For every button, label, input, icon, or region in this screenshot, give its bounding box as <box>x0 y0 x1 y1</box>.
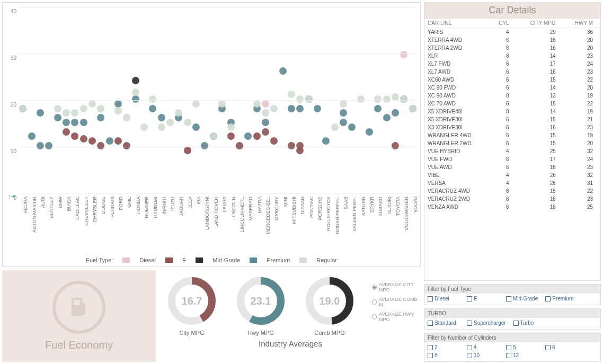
data-point[interactable] <box>140 123 148 131</box>
data-point[interactable] <box>184 119 191 126</box>
data-point[interactable] <box>400 51 407 58</box>
data-point[interactable] <box>305 95 313 103</box>
data-point[interactable] <box>192 123 200 131</box>
data-point[interactable] <box>63 128 70 136</box>
fuel-economy-scatter[interactable]: 010203040 ACURAASTON MARTINAUDIBENTLEYBM… <box>2 2 421 267</box>
data-point[interactable] <box>357 95 365 103</box>
data-point[interactable] <box>340 100 347 108</box>
data-point[interactable] <box>184 147 191 154</box>
table-row[interactable]: VENZA AWD61825 <box>424 203 600 211</box>
table-row[interactable]: XC 90 FWD61420 <box>424 84 600 92</box>
data-point[interactable] <box>409 105 416 112</box>
data-point[interactable] <box>54 105 61 112</box>
data-point[interactable] <box>262 100 269 108</box>
data-point[interactable] <box>288 91 295 98</box>
table-row[interactable]: VERACRUZ 2WD61623 <box>424 195 600 203</box>
data-point[interactable] <box>192 100 200 108</box>
data-point[interactable] <box>218 100 226 108</box>
data-point[interactable] <box>54 114 61 121</box>
filter-checkbox[interactable]: 6 <box>545 344 577 350</box>
table-row[interactable]: X5 XDRIVE30I61521 <box>424 116 600 123</box>
data-point[interactable] <box>158 114 165 121</box>
data-point[interactable] <box>392 93 399 101</box>
data-point[interactable] <box>270 105 278 112</box>
table-row[interactable]: XL7 FWD61724 <box>424 60 600 68</box>
table-row[interactable]: VERACRUZ 4WD61522 <box>424 187 600 195</box>
data-point[interactable] <box>296 142 304 149</box>
table-row[interactable]: VUE AWD61623 <box>424 163 600 171</box>
data-point[interactable] <box>37 142 44 149</box>
data-point[interactable] <box>37 109 44 117</box>
data-point[interactable] <box>158 123 165 131</box>
data-point[interactable] <box>88 137 96 145</box>
data-point[interactable] <box>374 105 382 112</box>
filter-checkbox[interactable]: 5 <box>506 344 538 350</box>
data-point[interactable] <box>80 119 87 126</box>
data-point[interactable] <box>132 95 139 103</box>
data-point[interactable] <box>279 67 287 75</box>
data-point[interactable] <box>236 142 243 149</box>
data-point[interactable] <box>262 128 269 136</box>
data-point[interactable] <box>288 105 295 112</box>
table-row[interactable]: XC 70 AWD61522 <box>424 100 600 108</box>
filter-checkbox[interactable]: 12 <box>506 352 538 358</box>
data-point[interactable] <box>71 109 78 117</box>
data-point[interactable] <box>97 105 104 112</box>
data-point[interactable] <box>262 109 269 117</box>
data-point[interactable] <box>132 77 139 84</box>
data-point[interactable] <box>71 119 78 126</box>
data-point[interactable] <box>123 114 130 121</box>
data-point[interactable] <box>106 137 113 145</box>
table-row[interactable]: VIBE42632 <box>424 171 600 179</box>
data-point[interactable] <box>166 119 174 126</box>
filter-checkbox[interactable]: Supercharger <box>467 320 506 326</box>
table-row[interactable]: VUE HYBRID42532 <box>424 147 600 155</box>
data-point[interactable] <box>45 142 52 149</box>
filter-checkbox[interactable]: E <box>467 296 499 301</box>
data-point[interactable] <box>114 107 122 114</box>
data-point[interactable] <box>80 105 87 112</box>
data-point[interactable] <box>149 95 156 103</box>
table-row[interactable]: XTERRA 2WD61620 <box>424 44 600 52</box>
avg-legend-radio[interactable]: AVERAGE CITY MPG <box>372 282 421 292</box>
data-point[interactable] <box>392 109 399 117</box>
data-point[interactable] <box>366 128 373 136</box>
data-point[interactable] <box>383 114 391 121</box>
table-row[interactable]: YARIS42936 <box>424 28 600 37</box>
data-point[interactable] <box>227 132 235 140</box>
data-point[interactable] <box>348 123 356 131</box>
filter-checkbox[interactable]: 8 <box>428 352 459 358</box>
avg-legend-radio[interactable]: AVERAGE COMB M.. <box>372 297 421 307</box>
data-point[interactable] <box>400 95 407 103</box>
table-row[interactable]: X3 XDRIVE30I61623 <box>424 123 600 131</box>
reset-axis-icon[interactable]: ↕↠ <box>8 193 16 200</box>
table-row[interactable]: XL7 AWD61623 <box>424 68 600 76</box>
data-point[interactable] <box>210 132 217 140</box>
table-row[interactable]: VERSA42631 <box>424 179 600 187</box>
data-point[interactable] <box>340 119 347 126</box>
table-row[interactable]: XTERRA 4WD61620 <box>424 36 600 44</box>
avg-legend-radio[interactable]: AVERAGE HWY MPG <box>372 312 421 322</box>
table-row[interactable]: XC 90 AWD81319 <box>424 92 600 100</box>
data-point[interactable] <box>253 132 261 140</box>
data-point[interactable] <box>383 95 391 103</box>
data-point[interactable] <box>201 142 208 149</box>
filter-checkbox[interactable]: 10 <box>467 352 499 358</box>
data-point[interactable] <box>374 95 382 103</box>
data-point[interactable] <box>288 142 295 149</box>
data-point[interactable] <box>114 100 122 108</box>
data-point[interactable] <box>123 142 130 149</box>
data-point[interactable] <box>262 119 269 126</box>
data-point[interactable] <box>88 100 96 108</box>
data-point[interactable] <box>227 123 235 131</box>
data-point[interactable] <box>340 109 347 117</box>
data-point[interactable] <box>244 132 252 140</box>
table-row[interactable]: VUE FWD61724 <box>424 155 600 163</box>
data-point[interactable] <box>71 132 78 140</box>
data-point[interactable] <box>392 142 399 149</box>
filter-checkbox[interactable]: Mid-Grade <box>506 296 538 301</box>
table-row[interactable]: X5 XDRIVE48I81419 <box>424 108 600 116</box>
data-point[interactable] <box>314 105 321 112</box>
data-point[interactable] <box>132 88 139 96</box>
filter-checkbox[interactable]: Premium <box>545 296 577 301</box>
